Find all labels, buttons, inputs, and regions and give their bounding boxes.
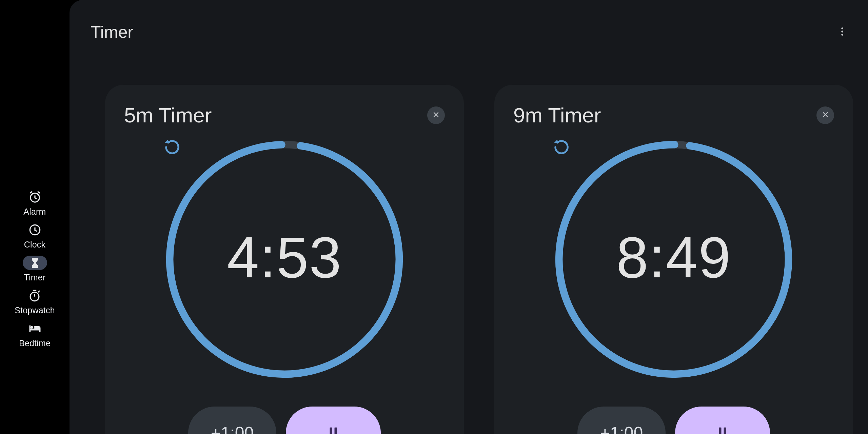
timers-row: 5m Timer bbox=[70, 47, 868, 434]
alarm-icon bbox=[27, 190, 42, 204]
svg-rect-14 bbox=[719, 428, 722, 434]
bed-icon bbox=[27, 321, 42, 336]
svg-marker-8 bbox=[165, 140, 169, 144]
add-minute-button[interactable]: +1:00 bbox=[188, 407, 276, 434]
nav-label-stopwatch: Stopwatch bbox=[15, 305, 55, 315]
nav-item-bedtime[interactable]: Bedtime bbox=[19, 321, 51, 348]
svg-point-4 bbox=[841, 31, 843, 32]
timer-name[interactable]: 5m Timer bbox=[124, 103, 212, 127]
close-icon bbox=[821, 111, 829, 120]
clock-icon bbox=[27, 222, 42, 237]
nav-label-timer: Timer bbox=[24, 273, 46, 282]
svg-point-3 bbox=[841, 27, 843, 29]
pause-button[interactable] bbox=[286, 407, 381, 434]
time-remaining[interactable]: 4:53 bbox=[227, 229, 342, 286]
nav-item-stopwatch[interactable]: Stopwatch bbox=[15, 289, 55, 315]
nav-label-alarm: Alarm bbox=[23, 207, 46, 217]
timer-name[interactable]: 9m Timer bbox=[513, 103, 601, 127]
main-content: Timer 5m Timer bbox=[70, 0, 868, 434]
close-icon bbox=[432, 111, 440, 120]
time-remaining[interactable]: 8:49 bbox=[616, 229, 731, 286]
pause-icon bbox=[326, 423, 340, 434]
more-options-button[interactable] bbox=[834, 24, 850, 40]
add-minute-label: +1:00 bbox=[211, 423, 254, 434]
svg-point-5 bbox=[841, 34, 843, 36]
nav-rail: Alarm Clock Timer bbox=[0, 0, 70, 434]
nav-item-alarm[interactable]: Alarm bbox=[23, 190, 47, 217]
timer-progress-ring: 4:53 bbox=[162, 137, 407, 381]
nav-item-clock[interactable]: Clock bbox=[23, 223, 47, 250]
hourglass-icon bbox=[29, 257, 41, 269]
nav-label-bedtime: Bedtime bbox=[19, 338, 51, 348]
svg-rect-10 bbox=[335, 428, 337, 434]
delete-timer-button[interactable] bbox=[816, 106, 834, 124]
timer-card: 5m Timer bbox=[105, 85, 464, 434]
pause-icon bbox=[715, 423, 730, 434]
svg-rect-15 bbox=[724, 428, 726, 434]
svg-rect-9 bbox=[330, 428, 332, 434]
timer-progress-ring: 8:49 bbox=[552, 137, 796, 381]
svg-marker-13 bbox=[554, 140, 558, 144]
header: Timer bbox=[70, 0, 868, 47]
add-minute-button[interactable]: +1:00 bbox=[577, 407, 666, 434]
add-minute-label: +1:00 bbox=[600, 423, 643, 434]
more-vert-icon bbox=[837, 26, 848, 38]
pause-button[interactable] bbox=[675, 407, 770, 434]
page-title: Timer bbox=[91, 22, 133, 42]
delete-timer-button[interactable] bbox=[427, 106, 445, 124]
nav-label-clock: Clock bbox=[24, 240, 46, 250]
nav-item-timer[interactable]: Timer bbox=[23, 256, 47, 282]
stopwatch-icon bbox=[27, 288, 42, 303]
timer-card: 9m Timer bbox=[494, 85, 853, 434]
